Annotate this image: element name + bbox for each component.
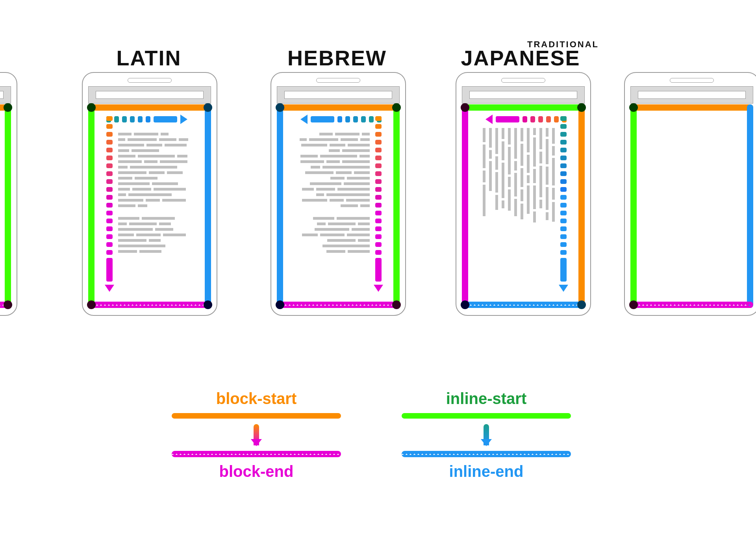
edge-inline-start: [393, 104, 400, 308]
edge-block-end: [277, 302, 400, 308]
edge-inline-end: [205, 104, 211, 308]
corner-dot: [461, 300, 469, 309]
corner-dot: [392, 103, 401, 112]
legend-bar-inline-end: [402, 451, 571, 457]
phone-screen: [630, 103, 753, 310]
label-japanese-sub: TRADITIONAL: [527, 39, 599, 50]
legend-inline: inline-start inline-end: [402, 390, 571, 480]
edge-inline-end: [277, 104, 283, 308]
panel-edge-left: [0, 72, 17, 316]
panel-latin: [82, 72, 217, 316]
edge-block-start: [578, 104, 585, 308]
url-bar: [96, 91, 204, 99]
edge-inline-start: [462, 104, 585, 111]
corner-dot: [577, 300, 586, 309]
panel-japanese: [456, 72, 591, 316]
phone-screen: [0, 103, 11, 310]
corner-dot: [204, 103, 212, 112]
direction-block: [106, 116, 113, 292]
corner-dot: [577, 103, 586, 112]
url-bar: [638, 91, 746, 99]
url-bar: [469, 91, 578, 99]
edge-block-start: [277, 104, 400, 111]
phone-speaker: [128, 78, 172, 83]
label-block-start: block-start: [172, 390, 341, 408]
direction-inline: [300, 116, 382, 122]
browser-chrome: [462, 86, 585, 104]
legend-arrow: [172, 424, 341, 445]
legend-block: block-start block-end: [172, 390, 341, 480]
edge-inline-start: [88, 104, 94, 308]
phone-screen: [462, 103, 585, 310]
panel-edge-right: [624, 72, 756, 316]
edge-block-start: [88, 104, 211, 111]
corner-dot: [276, 103, 284, 112]
phone-screen: [277, 103, 400, 310]
direction-block: [485, 116, 567, 122]
browser-chrome: [0, 86, 11, 104]
label-block-end: block-end: [172, 463, 341, 480]
label-hebrew: HEBREW: [287, 46, 387, 70]
direction-block: [375, 116, 382, 292]
corner-dot: [461, 103, 469, 112]
browser-chrome: [88, 86, 211, 104]
legend-bar-inline-start: [402, 413, 571, 419]
direction-inline: [560, 116, 567, 292]
edge-block-end: [88, 302, 211, 308]
phone-speaker: [501, 78, 545, 83]
browser-chrome: [277, 86, 400, 104]
panel-hebrew: [271, 72, 406, 316]
legend-arrow: [402, 424, 571, 445]
phone-screen: [88, 103, 211, 310]
corner-dot: [87, 103, 96, 112]
edge-block-end: [462, 104, 468, 308]
url-bar: [284, 91, 393, 99]
phone-speaker: [316, 78, 360, 83]
diagram-root: LATIN HEBREW JAPANESE TRADITIONAL: [0, 0, 756, 545]
browser-chrome: [630, 86, 753, 104]
phone-speaker: [670, 78, 714, 83]
url-bar: [0, 91, 4, 99]
label-inline-start: inline-start: [402, 390, 571, 408]
corner-dot: [276, 300, 284, 309]
label-latin: LATIN: [117, 46, 182, 70]
corner-dot: [392, 300, 401, 309]
edge-inline-end: [462, 302, 585, 308]
corner-dot: [87, 300, 96, 309]
legend-bar-block-end: [172, 451, 341, 457]
corner-dot: [204, 300, 212, 309]
direction-inline: [106, 116, 187, 122]
label-inline-end: inline-end: [402, 463, 571, 480]
legend-bar-block-start: [172, 413, 341, 419]
